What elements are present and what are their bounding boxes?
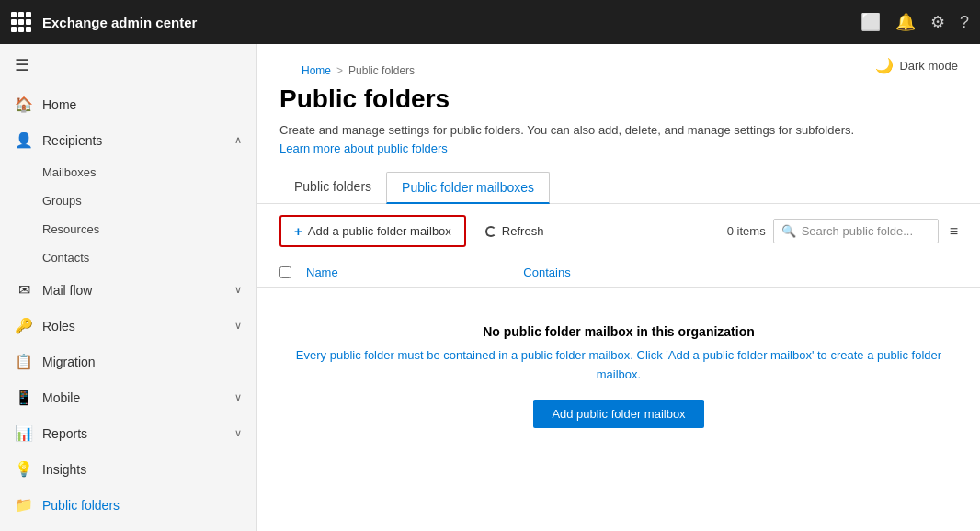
col-name-header[interactable]: Name (306, 266, 523, 279)
recipients-icon: 👤 (15, 131, 33, 149)
reports-icon: 📊 (15, 424, 33, 442)
sidebar-sub-resources[interactable]: Resources (42, 215, 256, 243)
add-public-folder-mailbox-button[interactable]: + Add a public folder mailbox (279, 215, 466, 247)
chevron-down-icon: ∨ (234, 284, 242, 296)
tab-public-folder-mailboxes[interactable]: Public folder mailboxes (386, 172, 550, 204)
dark-mode-label: Dark mode (899, 59, 958, 73)
sidebar-item-label: Mobile (42, 390, 225, 405)
insights-icon: 💡 (15, 460, 33, 478)
screen-icon[interactable]: ⬜ (860, 12, 881, 32)
sidebar-item-label: Migration (42, 355, 242, 369)
sidebar-item-mobile[interactable]: 📱 Mobile ∨ (0, 379, 256, 415)
sidebar-sub-groups[interactable]: Groups (42, 186, 256, 215)
moon-icon: 🌙 (875, 57, 894, 74)
tab-public-folders[interactable]: Public folders (279, 172, 386, 204)
refresh-label: Refresh (502, 224, 544, 238)
help-icon[interactable]: ? (960, 13, 969, 32)
home-icon: 🏠 (15, 96, 33, 113)
sidebar-item-recipients[interactable]: 👤 Recipients ∧ (0, 122, 256, 158)
sidebar: ☰ 🏠 Home 👤 Recipients ∧ Mailboxes Groups… (0, 44, 257, 531)
empty-state-title: No public folder mailbox in this organiz… (279, 324, 958, 339)
chevron-down-icon: ∨ (234, 427, 242, 439)
mobile-icon: 📱 (15, 389, 33, 406)
select-all-checkbox[interactable] (279, 266, 291, 278)
migration-icon: 📋 (15, 353, 33, 370)
sidebar-item-label: Home (42, 97, 242, 112)
refresh-icon (485, 226, 496, 237)
tabs: Public folders Public folder mailboxes (257, 172, 980, 204)
layout: ☰ 🏠 Home 👤 Recipients ∧ Mailboxes Groups… (0, 44, 980, 531)
refresh-button[interactable]: Refresh (473, 217, 556, 245)
search-placeholder: Search public folde... (802, 224, 913, 238)
main-content: Home > Public folders 🌙 Dark mode Public… (257, 44, 980, 531)
sidebar-item-mail-flow[interactable]: ✉ Mail flow ∨ (0, 272, 256, 308)
search-icon: 🔍 (781, 224, 796, 238)
mail-flow-icon: ✉ (15, 281, 33, 299)
apps-icon[interactable] (11, 12, 31, 32)
sidebar-item-label: Insights (42, 462, 242, 477)
page-description: Create and manage settings for public fo… (257, 121, 980, 172)
chevron-down-icon: ∨ (234, 320, 242, 332)
breadcrumb: Home > Public folders (279, 53, 437, 77)
col-contains-header[interactable]: Contains (523, 266, 958, 279)
sidebar-item-home[interactable]: 🏠 Home (0, 86, 256, 122)
sidebar-item-reports[interactable]: 📊 Reports ∨ (0, 415, 256, 451)
sidebar-sub-mailboxes[interactable]: Mailboxes (42, 158, 256, 186)
dark-mode-button[interactable]: 🌙 Dark mode (875, 57, 958, 74)
sidebar-item-label: Reports (42, 426, 225, 441)
sidebar-item-public-folders[interactable]: 📁 Public folders (0, 487, 256, 523)
table-header: Name Contains (257, 258, 980, 288)
chevron-down-icon: ∨ (234, 391, 242, 403)
sidebar-item-label: Roles (42, 319, 225, 333)
sidebar-hamburger[interactable]: ☰ (0, 44, 256, 86)
filter-icon[interactable]: ≡ (950, 223, 958, 240)
breadcrumb-home[interactable]: Home (302, 64, 331, 77)
plus-icon: + (294, 223, 302, 239)
bell-icon[interactable]: 🔔 (895, 12, 916, 32)
page-title: Public folders (257, 77, 980, 121)
sidebar-sub-recipients: Mailboxes Groups Resources Contacts (0, 158, 256, 272)
breadcrumb-separator: > (336, 64, 343, 77)
chevron-up-icon: ∧ (234, 134, 242, 146)
topbar: Exchange admin center ⬜ 🔔 ⚙ ? (0, 0, 980, 44)
sidebar-item-label: Recipients (42, 133, 225, 148)
sidebar-item-label: Public folders (42, 498, 242, 513)
sidebar-item-migration[interactable]: 📋 Migration (0, 344, 256, 379)
sidebar-item-roles[interactable]: 🔑 Roles ∨ (0, 308, 256, 344)
topbar-icons: ⬜ 🔔 ⚙ ? (860, 12, 969, 32)
sidebar-sub-contacts[interactable]: Contacts (42, 243, 256, 272)
public-folders-icon: 📁 (15, 496, 33, 514)
app-title: Exchange admin center (42, 15, 849, 30)
sidebar-item-insights[interactable]: 💡 Insights (0, 451, 256, 487)
search-box[interactable]: 🔍 Search public folde... (773, 219, 939, 243)
sidebar-item-label: Mail flow (42, 283, 225, 298)
empty-state-description: Every public folder must be contained in… (279, 346, 958, 385)
roles-icon: 🔑 (15, 317, 33, 334)
page-desc-text: Create and manage settings for public fo… (279, 123, 854, 137)
learn-more-link[interactable]: Learn more about public folders (279, 141, 448, 155)
add-public-folder-mailbox-empty-button[interactable]: Add public folder mailbox (533, 400, 703, 428)
breadcrumb-current: Public folders (348, 64, 415, 77)
toolbar: + Add a public folder mailbox Refresh 0 … (257, 204, 980, 258)
items-count: 0 items (727, 224, 766, 238)
gear-icon[interactable]: ⚙ (930, 12, 945, 32)
empty-state: No public folder mailbox in this organiz… (257, 288, 980, 465)
add-button-label: Add a public folder mailbox (308, 224, 451, 238)
